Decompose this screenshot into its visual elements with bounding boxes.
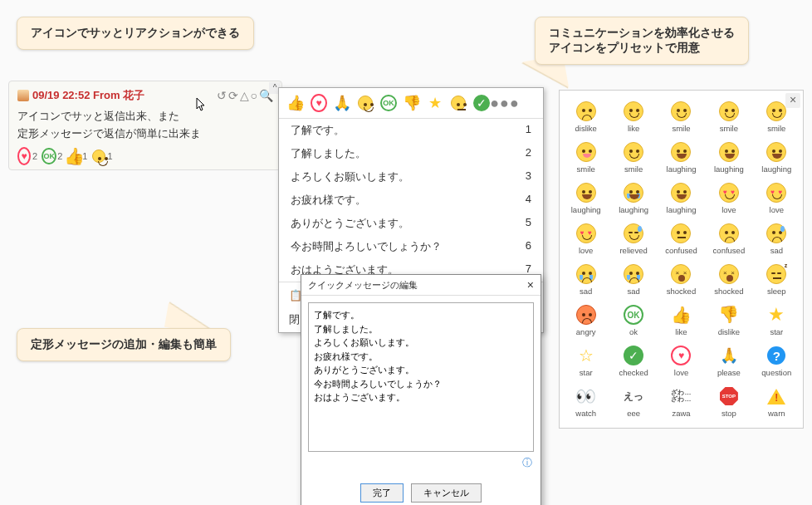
quick-message-item[interactable]: よろしくお願いします。3 — [279, 165, 543, 189]
quick-message-item[interactable]: 了解です。1 — [279, 119, 543, 142]
emoji-label: like — [658, 327, 704, 336]
emoji-face-icon — [670, 223, 692, 244]
emoji-love[interactable]: ♥♥love — [563, 221, 609, 257]
emoji-star[interactable]: ★ — [427, 95, 443, 111]
emoji-like[interactable]: 👍like — [658, 302, 704, 338]
emoji-ok[interactable]: OKok — [610, 302, 656, 338]
emoji-love[interactable]: ♥love — [658, 343, 704, 379]
emoji-relieved[interactable]: relieved — [610, 221, 656, 257]
emoji-label: smile — [563, 164, 609, 174]
reaction-ok[interactable]: OK2 — [42, 150, 62, 163]
emoji-face-icon — [623, 141, 644, 163]
emoji-confused[interactable]: confused — [706, 221, 751, 257]
emoji-stop[interactable]: STOPstop — [706, 384, 751, 419]
emoji-label: smile — [610, 164, 656, 174]
emoji-laughing[interactable]: laughing — [658, 140, 704, 175]
emoji-face-icon — [623, 223, 644, 244]
emoji-more[interactable]: ●●● — [496, 95, 513, 111]
emoji-dislike[interactable]: 👍dislike — [706, 302, 751, 338]
emoji-smile[interactable] — [357, 95, 374, 111]
emoji-smile2[interactable] — [450, 95, 467, 111]
emoji-smile[interactable]: smile — [658, 99, 704, 135]
emoji-angry[interactable]: angry — [563, 302, 609, 338]
emoji-face-icon: × — [718, 263, 740, 285]
emoji-face-icon: 👀 — [575, 385, 597, 407]
emoji-confused[interactable]: confused — [658, 221, 704, 257]
emoji-face-icon: 👍 — [670, 304, 692, 326]
emoji-label: love — [658, 368, 704, 377]
emoji-watch[interactable]: 👀watch — [563, 384, 609, 419]
emoji-thumb-up[interactable]: 👍 — [287, 95, 304, 111]
cancel-button[interactable]: キャンセル — [411, 483, 482, 503]
emoji-shocked[interactable]: ×shocked — [706, 262, 751, 297]
emoji-smile[interactable]: smile — [706, 99, 751, 135]
callout-edit: 定形メッセージの追加・編集も簡単 — [17, 328, 231, 361]
emoji-face-icon — [623, 182, 644, 203]
emoji-checked[interactable]: ✓checked — [610, 343, 656, 379]
emoji-panel-close[interactable]: × — [785, 93, 800, 108]
emoji-label: zawa — [658, 409, 704, 418]
emoji-love[interactable]: ♥♥love — [754, 180, 800, 216]
emoji-pray[interactable]: 🙏 — [334, 95, 350, 111]
action-icon-2[interactable]: △ — [240, 89, 249, 102]
emoji-face-icon — [623, 101, 644, 122]
emoji-label: smile — [658, 124, 704, 133]
reaction-thumb[interactable]: 👍1 — [67, 150, 87, 163]
emoji-face-icon — [718, 101, 740, 122]
emoji-zawa[interactable]: ざわ… ざわ…zawa — [658, 384, 704, 419]
ok-button[interactable]: 完了 — [360, 483, 404, 503]
emoji-label: ok — [610, 327, 656, 336]
quick-message-item[interactable]: 了解しました。2 — [279, 142, 543, 165]
emoji-sleep[interactable]: sleep — [754, 262, 800, 297]
emoji-laughing[interactable]: laughing — [563, 180, 609, 216]
quick-message-textarea[interactable] — [308, 302, 534, 452]
emoji-thumb-down[interactable]: 👍 — [404, 95, 420, 111]
emoji-face-icon — [670, 182, 692, 203]
emoji-eee[interactable]: えっeee — [610, 384, 656, 419]
quick-message-item[interactable]: ありがとうございます。5 — [279, 212, 543, 235]
emoji-dislike[interactable]: dislike — [563, 99, 609, 135]
quick-item-text: 了解です。 — [291, 123, 345, 138]
emoji-laughing[interactable]: laughing — [610, 180, 656, 216]
emoji-smile[interactable]: smile — [563, 140, 609, 175]
emoji-check[interactable]: ✓ — [473, 95, 490, 111]
emoji-star[interactable]: ☆star — [563, 343, 609, 379]
emoji-label: sad — [754, 246, 800, 255]
emoji-laughing[interactable]: laughing — [754, 140, 800, 175]
emoji-face-icon — [718, 223, 740, 244]
emoji-sad[interactable]: sad — [754, 221, 800, 257]
emoji-laughing[interactable]: laughing — [706, 140, 751, 175]
emoji-ok[interactable]: OK — [380, 95, 397, 111]
emoji-face-icon: ♥♥ — [718, 182, 740, 203]
reaction-heart[interactable]: ♥2 — [17, 150, 37, 163]
dialog-close-button[interactable]: × — [527, 278, 534, 292]
emoji-like[interactable]: like — [610, 99, 656, 135]
emoji-sad[interactable]: sad — [563, 262, 609, 297]
emoji-love[interactable]: ♥♥love — [706, 180, 751, 216]
emoji-star[interactable]: ★star — [754, 302, 800, 338]
help-icon[interactable]: ⓘ — [308, 454, 534, 470]
emoji-shocked[interactable]: ×shocked — [658, 262, 704, 297]
emoji-label: question — [754, 368, 800, 377]
reply-icon[interactable]: ↺ — [217, 89, 227, 102]
action-icon-3[interactable]: ○ — [251, 89, 257, 102]
emoji-face-icon: ? — [766, 345, 787, 366]
emoji-please[interactable]: 🙏please — [706, 343, 751, 379]
emoji-sad[interactable]: sad — [610, 262, 656, 297]
emoji-question[interactable]: ?question — [754, 343, 800, 379]
emoji-face-icon — [575, 304, 597, 326]
action-icon-1[interactable]: ⟳ — [228, 89, 238, 102]
quick-message-item[interactable]: お疲れ様です。4 — [279, 189, 543, 212]
emoji-heart[interactable]: ♥ — [311, 95, 327, 111]
quick-message-item[interactable]: 今お時間よろしいでしょうか？6 — [279, 235, 543, 258]
emoji-label: smile — [754, 124, 800, 133]
reaction-smile[interactable]: 1 — [92, 150, 112, 163]
emoji-warn[interactable]: warn — [754, 384, 800, 419]
emoji-label: watch — [563, 409, 609, 418]
emoji-laughing[interactable]: laughing — [658, 180, 704, 216]
emoji-label: smile — [706, 124, 751, 133]
emoji-face-icon — [623, 263, 644, 285]
emoji-label: stop — [706, 409, 751, 418]
emoji-smile[interactable]: smile — [610, 140, 656, 175]
emoji-face-icon — [766, 101, 787, 122]
